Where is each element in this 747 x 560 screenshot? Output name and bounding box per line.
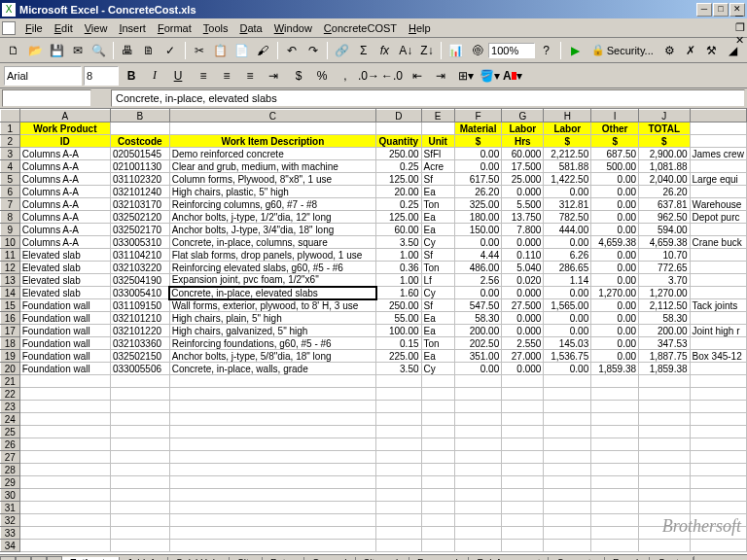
cell-28-J[interactable] — [639, 464, 690, 476]
cell-31-B[interactable] — [110, 502, 169, 514]
cell-24-C[interactable] — [169, 413, 375, 426]
cell-17-E[interactable]: Ea — [421, 325, 454, 337]
cell-6-A[interactable]: Columns A-A — [19, 186, 110, 198]
cell-25-B[interactable] — [110, 426, 169, 438]
cell-3-G[interactable]: 60.000 — [502, 148, 544, 160]
cell-10-A[interactable]: Columns A-A — [19, 236, 110, 249]
cell-20-B[interactable]: 033005506 — [110, 363, 169, 375]
cell-14-D[interactable]: 1.60 — [376, 287, 421, 299]
cell-2-A[interactable]: ID — [19, 135, 110, 148]
cell-27-I[interactable] — [591, 451, 639, 464]
cell-22-H[interactable] — [544, 388, 591, 401]
cell-20-F[interactable]: 0.00 — [454, 363, 501, 375]
cell-17-D[interactable]: 100.00 — [376, 325, 421, 337]
cell-23-F[interactable] — [454, 401, 501, 413]
cell-8-A[interactable]: Columns A-A — [19, 211, 110, 224]
cell-6-F[interactable]: 26.20 — [454, 186, 501, 198]
cell-11-F[interactable]: 4.44 — [454, 249, 501, 262]
row-header-3[interactable]: 3 — [1, 148, 20, 160]
cell-29-E[interactable] — [421, 476, 454, 489]
cell-25-D[interactable] — [376, 426, 421, 438]
cell-34-D[interactable] — [376, 540, 421, 552]
cell-19-K[interactable]: Box 345-12 — [690, 350, 746, 363]
cell-1-A[interactable]: Work Product — [19, 122, 110, 135]
cell-9-H[interactable]: 444.00 — [544, 224, 591, 236]
cell-14-K[interactable] — [690, 287, 746, 299]
menu-data[interactable]: Data — [233, 20, 267, 36]
row-header-21[interactable]: 21 — [1, 375, 20, 388]
cell-10-B[interactable]: 033005310 — [110, 236, 169, 249]
cell-28-K[interactable] — [690, 464, 746, 476]
email-button[interactable]: ✉ — [67, 40, 88, 61]
cell-19-A[interactable]: Foundation wall — [19, 350, 110, 363]
cell-29-D[interactable] — [376, 476, 421, 489]
cell-3-I[interactable]: 687.50 — [591, 148, 639, 160]
save-button[interactable]: 💾 — [47, 40, 67, 61]
cell-14-A[interactable]: Elevated slab — [19, 287, 110, 299]
cell-34-B[interactable] — [110, 540, 169, 552]
cell-15-A[interactable]: Foundation wall — [19, 299, 110, 312]
cell-8-J[interactable]: 962.50 — [639, 211, 690, 224]
cell-28-I[interactable] — [591, 464, 639, 476]
cell-3-E[interactable]: SfFl — [421, 148, 454, 160]
cell-8-I[interactable]: 0.00 — [591, 211, 639, 224]
cell-23-G[interactable] — [502, 401, 544, 413]
sort-asc-button[interactable]: A↓ — [396, 40, 416, 61]
cell-28-H[interactable] — [544, 464, 591, 476]
cell-27-D[interactable] — [376, 451, 421, 464]
menu-insert[interactable]: Insert — [113, 20, 152, 36]
cell-24-E[interactable] — [421, 413, 454, 426]
cell-25-A[interactable] — [19, 426, 110, 438]
cell-33-J[interactable] — [639, 527, 690, 540]
cell-21-K[interactable] — [690, 375, 746, 388]
cell-22-G[interactable] — [502, 388, 544, 401]
col-header-D[interactable]: D — [376, 110, 421, 122]
cell-3-D[interactable]: 250.00 — [376, 148, 421, 160]
row-header-14[interactable]: 14 — [1, 287, 20, 299]
currency-button[interactable]: $ — [288, 65, 309, 87]
cell-5-I[interactable]: 0.00 — [591, 173, 639, 186]
cell-9-J[interactable]: 594.00 — [639, 224, 690, 236]
cell-15-C[interactable]: Wall forms, exterior, plywood, to 8' H, … — [169, 299, 375, 312]
align-center-button[interactable]: ≡ — [216, 65, 237, 87]
col-header-H[interactable]: H — [544, 110, 591, 122]
cell-27-A[interactable] — [19, 451, 110, 464]
cell-9-D[interactable]: 60.00 — [376, 224, 421, 236]
autosum-button[interactable]: Σ — [353, 40, 374, 61]
cell-17-K[interactable]: Joint high r — [690, 325, 746, 337]
cell-5-F[interactable]: 617.50 — [454, 173, 501, 186]
cell-18-D[interactable]: 0.15 — [376, 337, 421, 350]
comma-button[interactable]: , — [335, 65, 356, 87]
row-header-7[interactable]: 7 — [1, 198, 20, 211]
cell-12-E[interactable]: Ton — [421, 262, 454, 274]
cell-6-B[interactable]: 032101240 — [110, 186, 169, 198]
cell-5-D[interactable]: 125.00 — [376, 173, 421, 186]
col-header-F[interactable]: F — [454, 110, 501, 122]
cell-23-C[interactable] — [169, 401, 375, 413]
cell-7-E[interactable]: Ton — [421, 198, 454, 211]
cell-3-C[interactable]: Demo reinforced concrete — [169, 148, 375, 160]
row-header-26[interactable]: 26 — [1, 438, 20, 451]
col-header-A[interactable]: A — [19, 110, 110, 122]
align-right-button[interactable]: ≡ — [239, 65, 261, 87]
cell-7-D[interactable]: 0.25 — [376, 198, 421, 211]
cell-13-B[interactable]: 032504190 — [110, 274, 169, 287]
chart-button[interactable]: 📊 — [445, 40, 466, 61]
cell-11-D[interactable]: 1.00 — [376, 249, 421, 262]
design-button[interactable]: ◢ — [723, 40, 743, 61]
search-button[interactable]: 🔍 — [89, 40, 109, 61]
cell-9-G[interactable]: 7.800 — [502, 224, 544, 236]
cell-2-F[interactable]: $ — [454, 135, 501, 148]
fill-color-button[interactable]: 🪣▾ — [479, 65, 500, 87]
cell-18-I[interactable]: 0.00 — [591, 337, 639, 350]
cell-7-G[interactable]: 5.500 — [502, 198, 544, 211]
cell-34-F[interactable] — [454, 540, 501, 552]
cell-17-I[interactable]: 0.00 — [591, 325, 639, 337]
cell-26-G[interactable] — [502, 438, 544, 451]
row-header-6[interactable]: 6 — [1, 186, 20, 198]
cell-20-E[interactable]: Cy — [421, 363, 454, 375]
cell-4-K[interactable] — [690, 160, 746, 173]
cell-31-H[interactable] — [544, 502, 591, 514]
row-header-11[interactable]: 11 — [1, 249, 20, 262]
cell-32-K[interactable] — [690, 514, 746, 527]
